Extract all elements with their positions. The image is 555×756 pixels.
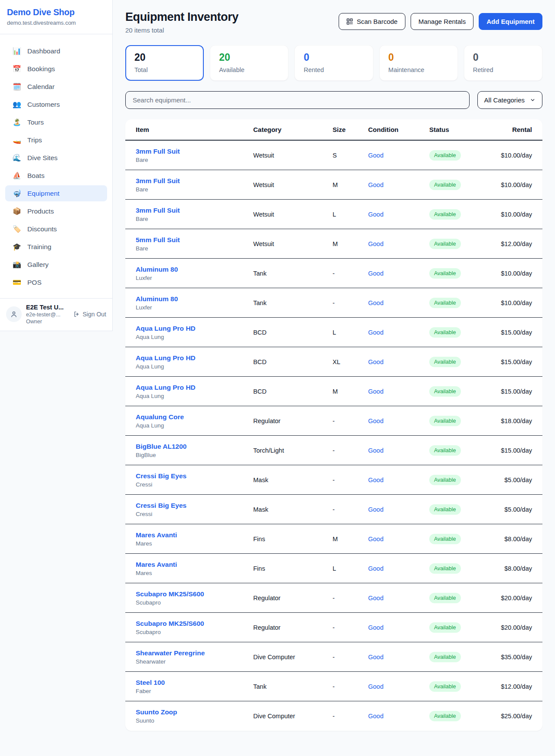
- avatar: [6, 306, 22, 322]
- sign-out-button[interactable]: Sign Out: [73, 311, 106, 318]
- stat-card-maintenance[interactable]: 0 Maintenance: [379, 45, 458, 81]
- stat-card-total[interactable]: 20 Total: [125, 45, 204, 81]
- sidebar-item-equipment[interactable]: 🤿 Equipment: [5, 185, 107, 201]
- sidebar-item-training[interactable]: 🎓 Training: [5, 239, 107, 255]
- size-cell: -: [333, 299, 368, 306]
- condition-link[interactable]: Good: [368, 595, 429, 602]
- condition-link[interactable]: Good: [368, 299, 429, 306]
- condition-link[interactable]: Good: [368, 417, 429, 424]
- category-cell: Regulator: [253, 595, 333, 602]
- category-cell: Wetsuit: [253, 181, 333, 188]
- manage-rentals-button[interactable]: Manage Rentals: [411, 13, 473, 30]
- sidebar-item-customers[interactable]: 👥 Customers: [5, 96, 107, 112]
- sidebar-item-label: Trips: [27, 136, 42, 144]
- status-badge: Available: [429, 209, 461, 220]
- stat-card-rented[interactable]: 0 Rented: [294, 45, 373, 81]
- category-cell: Wetsuit: [253, 152, 333, 159]
- condition-link[interactable]: Good: [368, 181, 429, 188]
- condition-link[interactable]: Good: [368, 654, 429, 661]
- category-cell: Regulator: [253, 624, 333, 631]
- condition-link[interactable]: Good: [368, 240, 429, 247]
- sidebar-item-boats[interactable]: ⛵ Boats: [5, 168, 107, 184]
- item-brand: Luxfer: [136, 275, 253, 281]
- rental-cell: $10.00/day: [486, 299, 532, 306]
- rental-cell: $10.00/day: [486, 152, 532, 159]
- item-brand: Aqua Lung: [136, 422, 253, 429]
- item-name-link[interactable]: 5mm Full Suit: [136, 236, 253, 244]
- sidebar-item-label: Discounts: [27, 225, 57, 233]
- size-cell: L: [333, 565, 368, 572]
- condition-link[interactable]: Good: [368, 683, 429, 690]
- condition-link[interactable]: Good: [368, 152, 429, 159]
- category-cell: Tank: [253, 270, 333, 277]
- stats-row: 20 Total 20 Available 0 Rented 0 Mainten…: [125, 45, 542, 81]
- sidebar-item-gallery[interactable]: 📸 Gallery: [5, 256, 107, 273]
- category-select[interactable]: All Categories: [477, 91, 542, 109]
- item-name-link[interactable]: Cressi Big Eyes: [136, 502, 253, 509]
- condition-link[interactable]: Good: [368, 447, 429, 454]
- spiral-calendar-icon: 🗓️: [12, 82, 22, 91]
- item-name-link[interactable]: 3mm Full Suit: [136, 207, 253, 214]
- condition-link[interactable]: Good: [368, 565, 429, 572]
- stat-label: Retired: [473, 66, 533, 73]
- scan-barcode-button[interactable]: Scan Barcode: [339, 13, 405, 30]
- status-badge: Available: [429, 357, 461, 367]
- condition-link[interactable]: Good: [368, 713, 429, 720]
- size-cell: S: [333, 152, 368, 159]
- condition-link[interactable]: Good: [368, 506, 429, 513]
- stat-card-retired[interactable]: 0 Retired: [464, 45, 542, 81]
- condition-link[interactable]: Good: [368, 329, 429, 336]
- item-cell: Scubapro MK25/S600 Scubapro: [136, 620, 253, 635]
- sidebar-item-calendar[interactable]: 🗓️ Calendar: [5, 79, 107, 95]
- item-name-link[interactable]: Scubapro MK25/S600: [136, 620, 253, 628]
- condition-link[interactable]: Good: [368, 477, 429, 483]
- status-badge: Available: [429, 681, 461, 692]
- item-name-link[interactable]: Aluminum 80: [136, 295, 253, 303]
- sidebar-item-tours[interactable]: 🏝️ Tours: [5, 114, 107, 130]
- condition-link[interactable]: Good: [368, 536, 429, 542]
- sidebar-item-dive-sites[interactable]: 🌊 Dive Sites: [5, 150, 107, 166]
- status-badge: Available: [429, 150, 461, 161]
- item-name-link[interactable]: BigBlue AL1200: [136, 443, 253, 450]
- item-name-link[interactable]: 3mm Full Suit: [136, 148, 253, 155]
- user-name: E2E Test U...: [26, 304, 69, 311]
- item-name-link[interactable]: Cressi Big Eyes: [136, 472, 253, 480]
- search-input[interactable]: [125, 91, 470, 109]
- item-name-link[interactable]: Aqua Lung Pro HD: [136, 354, 253, 362]
- item-brand: Shearwater: [136, 658, 253, 665]
- item-name-link[interactable]: Steel 100: [136, 679, 253, 687]
- sidebar-item-pos[interactable]: 💳 POS: [5, 274, 107, 290]
- item-name-link[interactable]: Mares Avanti: [136, 531, 253, 539]
- stat-card-available[interactable]: 20 Available: [210, 45, 288, 81]
- item-name-link[interactable]: Mares Avanti: [136, 561, 253, 569]
- graduation-cap-icon: 🎓: [12, 243, 22, 251]
- table-row: Aqua Lung Pro HD Aqua Lung BCD M Good Av…: [125, 377, 542, 406]
- item-name-link[interactable]: Aqua Lung Pro HD: [136, 325, 253, 332]
- sidebar-item-trips[interactable]: 🚤 Trips: [5, 132, 107, 148]
- item-cell: Aqua Lung Pro HD Aqua Lung: [136, 354, 253, 370]
- item-name-link[interactable]: Aqua Lung Pro HD: [136, 384, 253, 391]
- add-equipment-button[interactable]: Add Equipment: [479, 13, 542, 30]
- sidebar-item-discounts[interactable]: 🏷️ Discounts: [5, 221, 107, 237]
- condition-link[interactable]: Good: [368, 624, 429, 631]
- item-name-link[interactable]: 3mm Full Suit: [136, 177, 253, 185]
- size-cell: L: [333, 329, 368, 336]
- sidebar-item-bookings[interactable]: 📅 Bookings: [5, 61, 107, 77]
- sidebar-item-dashboard[interactable]: 📊 Dashboard: [5, 43, 107, 59]
- item-name-link[interactable]: Aluminum 80: [136, 266, 253, 273]
- stat-value: 20: [134, 52, 195, 63]
- item-name-link[interactable]: Aqualung Core: [136, 413, 253, 421]
- condition-link[interactable]: Good: [368, 388, 429, 395]
- status-cell: Available: [429, 475, 486, 485]
- size-cell: -: [333, 270, 368, 277]
- column-header-category: Category: [253, 126, 333, 133]
- status-cell: Available: [429, 180, 486, 190]
- condition-link[interactable]: Good: [368, 270, 429, 277]
- item-name-link[interactable]: Shearwater Peregrine: [136, 649, 253, 657]
- condition-link[interactable]: Good: [368, 358, 429, 365]
- item-name-link[interactable]: Scubapro MK25/S600: [136, 590, 253, 598]
- filters-row: All Categories: [125, 91, 542, 109]
- condition-link[interactable]: Good: [368, 211, 429, 218]
- item-name-link[interactable]: Suunto Zoop: [136, 708, 253, 716]
- sidebar-item-products[interactable]: 📦 Products: [5, 203, 107, 219]
